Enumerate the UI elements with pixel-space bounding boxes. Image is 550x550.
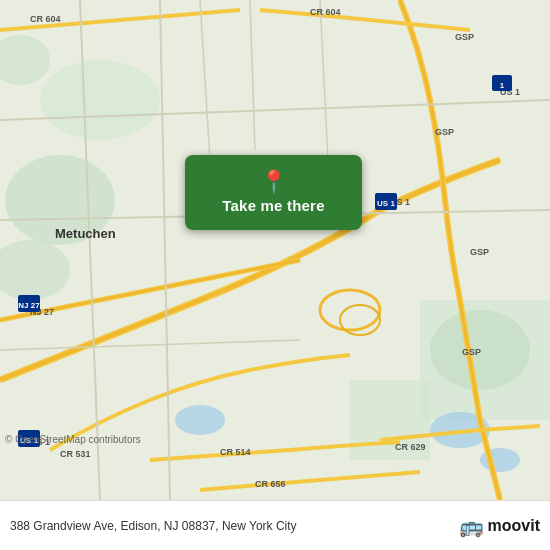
pin-icon: 📍 — [260, 171, 287, 193]
svg-point-6 — [40, 60, 160, 140]
address-text: 388 Grandview Ave, Edison, NJ 08837, New… — [10, 519, 459, 533]
svg-text:CR 656: CR 656 — [255, 479, 286, 489]
map-container: CR 604 CR 604 GSP GSP GSP GSP US 1 US 1 … — [0, 0, 550, 500]
svg-text:CR 604: CR 604 — [30, 14, 61, 24]
svg-text:US 1: US 1 — [377, 199, 395, 208]
moovit-logo: 🚌 moovit — [459, 514, 540, 538]
svg-text:1: 1 — [500, 81, 505, 90]
svg-text:Metuchen: Metuchen — [55, 226, 116, 241]
svg-point-8 — [175, 405, 225, 435]
svg-text:GSP: GSP — [455, 32, 474, 42]
moovit-text: moovit — [488, 517, 540, 535]
copyright-text: © OpenStreetMap contributors — [5, 434, 141, 445]
map-svg: CR 604 CR 604 GSP GSP GSP GSP US 1 US 1 … — [0, 0, 550, 500]
bottom-bar: 388 Grandview Ave, Edison, NJ 08837, New… — [0, 500, 550, 550]
moovit-icon: 🚌 — [459, 514, 484, 538]
svg-text:GSP: GSP — [470, 247, 489, 257]
svg-text:NJ 27: NJ 27 — [18, 301, 40, 310]
svg-text:CR 629: CR 629 — [395, 442, 426, 452]
button-label: Take me there — [222, 197, 324, 214]
svg-text:GSP: GSP — [462, 347, 481, 357]
svg-text:CR 531: CR 531 — [60, 449, 91, 459]
svg-text:CR 604: CR 604 — [310, 7, 341, 17]
svg-text:CR 514: CR 514 — [220, 447, 251, 457]
take-me-there-button[interactable]: 📍 Take me there — [185, 155, 362, 230]
svg-text:GSP: GSP — [435, 127, 454, 137]
